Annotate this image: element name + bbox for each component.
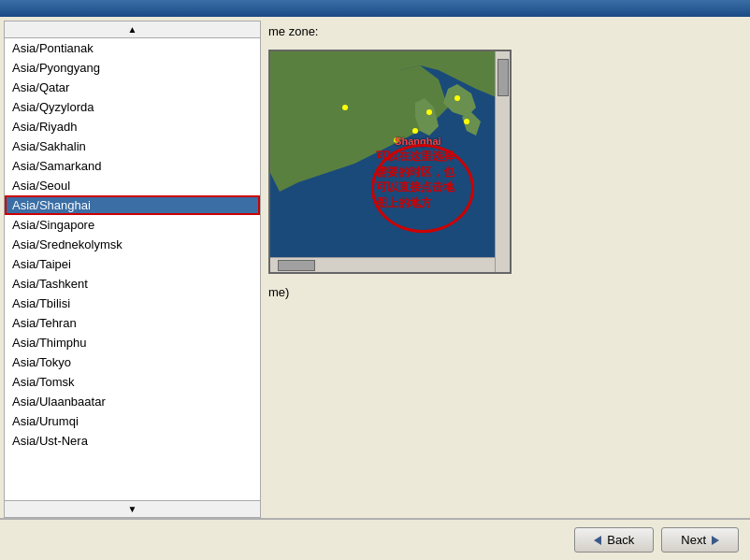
list-item[interactable]: Asia/Samarkand <box>5 156 260 176</box>
back-button[interactable]: Back <box>574 527 654 553</box>
timezone-list-panel: ▲ Asia/Pontianak Asia/Pyongyang Asia/Qat… <box>4 21 261 518</box>
next-arrow-icon <box>712 536 719 545</box>
map-background: Shanghai 可以在这里选择需要的时区，也可以直接点击地图上的地方 <box>270 51 510 272</box>
map-container[interactable]: Shanghai 可以在这里选择需要的时区，也可以直接点击地图上的地方 <box>268 50 512 274</box>
list-item[interactable]: Asia/Tashkent <box>5 274 260 294</box>
list-item-selected[interactable]: Asia/Shanghai <box>5 195 260 215</box>
list-item[interactable]: Asia/Sakhalin <box>5 136 260 156</box>
list-item[interactable]: Asia/Seoul <box>5 176 260 195</box>
scroll-down-button[interactable]: ▼ <box>5 500 260 517</box>
map-svg[interactable] <box>270 51 498 261</box>
svg-point-7 <box>426 109 432 115</box>
map-hscrollbar-thumb[interactable] <box>278 260 315 271</box>
bottom-navigation-bar: Back Next <box>0 519 750 560</box>
list-item[interactable]: Asia/Tbilisi <box>5 294 260 313</box>
timezone-label: me zone: <box>268 24 743 38</box>
list-item[interactable]: Asia/Tehran <box>5 313 260 333</box>
content-area: ▲ Asia/Pontianak Asia/Pyongyang Asia/Qat… <box>0 17 750 518</box>
list-item[interactable]: Asia/Ust-Nera <box>5 431 260 451</box>
next-button[interactable]: Next <box>661 527 739 553</box>
list-item[interactable]: Asia/Singapore <box>5 215 260 235</box>
svg-point-10 <box>394 137 399 143</box>
list-item[interactable]: Asia/Qyzylorda <box>5 97 260 117</box>
main-window: ▲ Asia/Pontianak Asia/Pyongyang Asia/Qat… <box>0 0 750 560</box>
list-item[interactable]: Asia/Urumqi <box>5 411 260 431</box>
list-item[interactable]: Asia/Thimphu <box>5 333 260 352</box>
svg-point-8 <box>454 95 460 101</box>
svg-point-9 <box>464 119 469 124</box>
list-item[interactable]: Asia/Pontianak <box>5 38 260 58</box>
right-panel: me zone: <box>261 17 750 518</box>
list-item[interactable]: Asia/Srednekolymsk <box>5 235 260 254</box>
list-item[interactable]: Asia/Ulaanbaatar <box>5 392 260 411</box>
list-item[interactable]: Asia/Tokyo <box>5 352 260 372</box>
header-bar <box>0 0 750 17</box>
list-item[interactable]: Asia/Pyongyang <box>5 58 260 78</box>
svg-point-6 <box>412 128 418 134</box>
back-arrow-icon <box>594 536 601 545</box>
scroll-up-button[interactable]: ▲ <box>5 22 260 38</box>
list-item[interactable]: Asia/Taipei <box>5 254 260 274</box>
map-vertical-scrollbar[interactable] <box>495 51 510 272</box>
map-scrollbar-thumb[interactable] <box>498 59 509 96</box>
list-item[interactable]: Asia/Qatar <box>5 78 260 97</box>
timezone-list[interactable]: Asia/Pontianak Asia/Pyongyang Asia/Qatar… <box>5 38 260 500</box>
list-item[interactable]: Asia/Riyadh <box>5 117 260 136</box>
selected-timezone-display: me) <box>268 285 743 299</box>
svg-point-11 <box>342 105 348 110</box>
list-item[interactable]: Asia/Tomsk <box>5 372 260 392</box>
map-horizontal-scrollbar[interactable] <box>270 257 495 272</box>
